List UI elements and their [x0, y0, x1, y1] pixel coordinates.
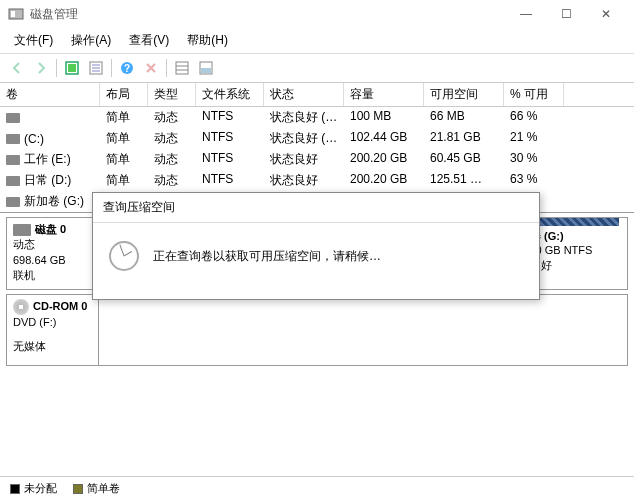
- svg-rect-14: [201, 68, 211, 73]
- help-icon[interactable]: ?: [116, 57, 138, 79]
- disk-icon: [13, 224, 31, 236]
- legend-unallocated-label: 未分配: [24, 481, 57, 496]
- col-type[interactable]: 类型: [148, 83, 196, 106]
- volume-icon: [6, 113, 20, 123]
- table-row[interactable]: 简单动态NTFS状态良好 (…100 MB66 MB66 %: [0, 107, 634, 128]
- table-row[interactable]: 日常 (D:)简单动态NTFS状态良好200.20 GB125.51 …63 %: [0, 170, 634, 191]
- maximize-button[interactable]: ☐: [546, 0, 586, 28]
- properties-icon[interactable]: [85, 57, 107, 79]
- menu-view[interactable]: 查看(V): [121, 30, 177, 51]
- svg-text:?: ?: [124, 63, 130, 74]
- titlebar: 磁盘管理 — ☐ ✕: [0, 0, 634, 28]
- volume-icon: [6, 155, 20, 165]
- menubar: 文件(F) 操作(A) 查看(V) 帮助(H): [0, 28, 634, 54]
- col-filesystem[interactable]: 文件系统: [196, 83, 264, 106]
- legend: 未分配 简单卷: [0, 476, 634, 500]
- forward-button[interactable]: [30, 57, 52, 79]
- table-row[interactable]: (C:)简单动态NTFS状态良好 (…102.44 GB21.81 GB21 %: [0, 128, 634, 149]
- volume-icon: [6, 176, 20, 186]
- back-button[interactable]: [6, 57, 28, 79]
- app-icon: [8, 6, 24, 22]
- toolbar: ?: [0, 54, 634, 83]
- view-list-icon[interactable]: [171, 57, 193, 79]
- dialog-message: 正在查询卷以获取可用压缩空间，请稍候…: [153, 248, 381, 265]
- volume-icon: [6, 134, 20, 144]
- cdrom-0: CD-ROM 0 DVD (F:) 无媒体: [6, 294, 628, 366]
- dialog-title: 查询压缩空间: [93, 193, 539, 223]
- svg-rect-3: [68, 64, 76, 72]
- refresh-icon[interactable]: [61, 57, 83, 79]
- cdrom-info: CD-ROM 0 DVD (F:) 无媒体: [7, 295, 99, 365]
- menu-file[interactable]: 文件(F): [6, 30, 61, 51]
- legend-simple-label: 简单卷: [87, 481, 120, 496]
- col-freespace[interactable]: 可用空间: [424, 83, 504, 106]
- col-capacity[interactable]: 容量: [344, 83, 424, 106]
- menu-help[interactable]: 帮助(H): [179, 30, 236, 51]
- col-pctfree[interactable]: % 可用: [504, 83, 564, 106]
- query-shrink-dialog: 查询压缩空间 正在查询卷以获取可用压缩空间，请稍候…: [92, 192, 540, 300]
- list-header: 卷 布局 类型 文件系统 状态 容量 可用空间 % 可用: [0, 83, 634, 107]
- minimize-button[interactable]: —: [506, 0, 546, 28]
- menu-action[interactable]: 操作(A): [63, 30, 119, 51]
- window-title: 磁盘管理: [30, 6, 78, 23]
- close-button[interactable]: ✕: [586, 0, 626, 28]
- col-status[interactable]: 状态: [264, 83, 344, 106]
- clock-icon: [109, 241, 139, 271]
- disk-0-info: 磁盘 0 动态 698.64 GB 联机: [7, 218, 99, 289]
- col-layout[interactable]: 布局: [100, 83, 148, 106]
- volume-icon: [6, 197, 20, 207]
- legend-unallocated-swatch: [10, 484, 20, 494]
- legend-simple-swatch: [73, 484, 83, 494]
- col-volume[interactable]: 卷: [0, 83, 100, 106]
- svg-rect-1: [11, 11, 15, 17]
- cd-icon: [13, 299, 29, 315]
- table-row[interactable]: 工作 (E:)简单动态NTFS状态良好200.20 GB60.45 GB30 %: [0, 149, 634, 170]
- svg-rect-10: [176, 62, 188, 74]
- view-graphical-icon[interactable]: [195, 57, 217, 79]
- delete-icon[interactable]: [140, 57, 162, 79]
